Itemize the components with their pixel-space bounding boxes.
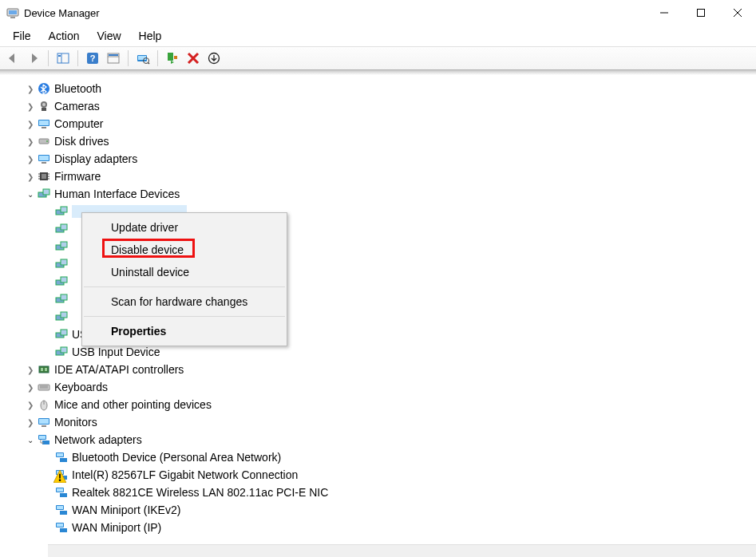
svg-point-32: [46, 140, 48, 142]
minimize-button[interactable]: [646, 0, 683, 26]
ide-icon: [37, 362, 51, 377]
svg-rect-66: [45, 368, 47, 371]
svg-rect-76: [39, 436, 46, 439]
tree-node-display-adapters[interactable]: ❯ Display adapters: [0, 150, 756, 168]
tree-node-net-child[interactable]: WAN Miniport (IKEv2): [0, 501, 756, 519]
tree-node-cameras[interactable]: ❯ Cameras: [0, 97, 756, 115]
hid-icon: [54, 239, 69, 254]
expand-arrow-icon[interactable]: ❯: [24, 100, 37, 113]
cm-uninstall-device[interactable]: Uninstall device: [82, 261, 287, 283]
menu-view[interactable]: View: [89, 28, 129, 44]
node-label: Human Interface Devices: [54, 188, 180, 200]
node-label: Mice and other pointing devices: [54, 398, 212, 411]
svg-rect-47: [61, 207, 67, 212]
uninstall-device-button[interactable]: [184, 49, 203, 68]
hid-icon: [54, 310, 69, 324]
enable-device-button[interactable]: [163, 49, 182, 68]
svg-rect-55: [61, 277, 67, 282]
hid-icon: [37, 187, 51, 201]
nav-forward-button[interactable]: [24, 49, 43, 68]
tree-node-network[interactable]: ⌄ Network adapters: [0, 431, 756, 448]
cm-scan-hardware[interactable]: Scan for hardware changes: [82, 290, 287, 313]
expand-arrow-icon[interactable]: ❯: [24, 82, 37, 95]
tree-node-ide[interactable]: ❯ IDE ATA/ATAPI controllers: [0, 361, 756, 378]
tree-node-mice[interactable]: ❯ Mice and other pointing devices: [0, 396, 756, 413]
svg-rect-2: [10, 17, 15, 18]
properties-button[interactable]: [104, 49, 123, 68]
svg-rect-34: [39, 156, 49, 160]
svg-rect-51: [61, 242, 67, 247]
svg-rect-45: [43, 189, 49, 195]
tree-node-computer[interactable]: ❯ Computer: [0, 115, 756, 132]
node-label: Bluetooth Device (Personal Area Network): [72, 451, 281, 464]
hid-icon: [54, 292, 69, 306]
menu-action[interactable]: Action: [41, 28, 88, 44]
svg-rect-9: [58, 55, 61, 57]
cm-update-driver[interactable]: Update driver: [82, 216, 287, 239]
svg-rect-49: [61, 224, 67, 230]
svg-rect-4: [698, 10, 705, 17]
svg-rect-53: [61, 259, 67, 265]
tree-node-firmware[interactable]: ❯ Firmware: [0, 168, 756, 185]
hid-icon: [54, 275, 69, 289]
network-icon: [54, 520, 69, 535]
node-label: Disk drives: [54, 135, 109, 148]
expand-arrow-icon[interactable]: ❯: [24, 381, 37, 393]
display-icon: [37, 152, 51, 166]
scan-hardware-button[interactable]: [133, 49, 152, 68]
show-hide-tree-button[interactable]: [53, 49, 73, 68]
tree-node-net-child[interactable]: WAN Miniport (IP): [0, 519, 756, 536]
expand-arrow-icon[interactable]: ❯: [24, 135, 37, 148]
svg-rect-64: [39, 366, 49, 373]
maximize-button[interactable]: [683, 0, 719, 26]
expand-arrow-icon[interactable]: ❯: [24, 152, 37, 165]
svg-rect-1: [9, 10, 17, 14]
node-label: Intel(R) 82567LF Gigabit Network Connect…: [72, 468, 298, 481]
tree-node-bluetooth[interactable]: ❯ Bluetooth: [0, 80, 756, 97]
window-title: Device Manager: [24, 7, 100, 19]
cm-properties[interactable]: Properties: [82, 320, 287, 342]
network-icon: [54, 485, 69, 500]
tree-node-disk-drives[interactable]: ❯ Disk drives: [0, 132, 756, 150]
tree-node-keyboards[interactable]: ❯ Keyboards: [0, 378, 756, 396]
menu-help[interactable]: Help: [131, 28, 170, 44]
svg-rect-37: [42, 174, 46, 179]
monitor-icon: [37, 415, 51, 429]
node-label: Display adapters: [54, 152, 137, 165]
tree-node-net-child[interactable]: Intel(R) 82567LF Gigabit Network Connect…: [0, 466, 756, 484]
svg-point-26: [42, 103, 46, 106]
svg-rect-82: [60, 458, 67, 462]
expand-arrow-icon[interactable]: ❯: [24, 398, 37, 411]
context-menu: Update driver Disable device Uninstall d…: [81, 212, 287, 346]
close-button[interactable]: [719, 0, 756, 26]
tree-node-hid[interactable]: ⌄ Human Interface Devices: [0, 185, 756, 203]
app-icon: [6, 6, 19, 19]
node-label: USB Input Device: [72, 346, 160, 358]
expand-arrow-icon[interactable]: ❯: [24, 117, 37, 130]
network-icon: [54, 450, 69, 464]
svg-rect-73: [39, 419, 49, 424]
expand-arrow-icon[interactable]: ❯: [24, 416, 37, 429]
network-icon: [37, 433, 51, 447]
network-icon: [54, 503, 69, 517]
svg-rect-95: [57, 523, 63, 527]
svg-rect-81: [57, 453, 63, 456]
collapse-arrow-icon[interactable]: ⌄: [24, 433, 37, 446]
svg-rect-19: [168, 53, 173, 61]
expand-arrow-icon[interactable]: ❯: [24, 170, 37, 183]
nav-back-button[interactable]: [3, 49, 22, 68]
tree-node-net-child[interactable]: Bluetooth Device (Personal Area Network): [0, 448, 756, 466]
update-driver-button[interactable]: [204, 49, 224, 68]
cm-disable-device[interactable]: Disable device: [82, 239, 287, 261]
horizontal-scrollbar[interactable]: [48, 544, 756, 557]
tree-node-monitors[interactable]: ❯ Monitors: [0, 413, 756, 431]
menu-file[interactable]: File: [5, 28, 39, 44]
bluetooth-icon: [37, 81, 51, 96]
node-label: Network adapters: [54, 433, 142, 446]
collapse-arrow-icon[interactable]: ⌄: [24, 188, 37, 200]
svg-line-18: [148, 63, 150, 65]
help-button[interactable]: ?: [83, 49, 102, 68]
svg-rect-20: [174, 56, 177, 59]
expand-arrow-icon[interactable]: ❯: [24, 363, 37, 376]
tree-node-net-child[interactable]: Realtek 8821CE Wireless LAN 802.11ac PCI…: [0, 484, 756, 501]
